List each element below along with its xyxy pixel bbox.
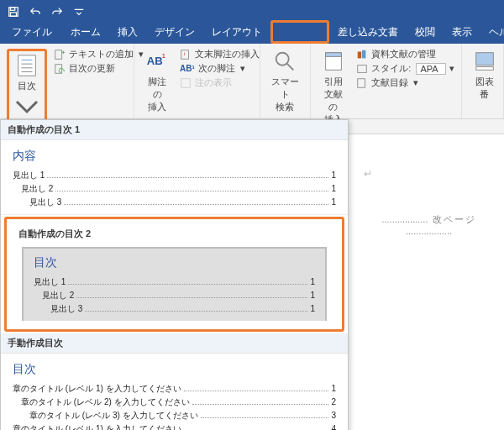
document-area: 246810121416 ↵ .................. 改ページ .…	[0, 119, 504, 430]
style-dropdown[interactable]: スタイル: APA▾	[354, 61, 455, 76]
smart-lookup-button[interactable]: スマート 検索	[265, 47, 305, 115]
insert-citation-label: 引用文献の 挿入	[321, 76, 347, 126]
page-canvas[interactable]: ↵ .................. 改ページ ..............…	[349, 134, 504, 430]
tab-mailings[interactable]: 差し込み文書	[329, 22, 407, 44]
ribbon: 目次 テキストの追加▾ 目次の更新 組み込み AB1 脚注の 挿入	[0, 44, 504, 119]
group-research: スマート 検索	[260, 44, 311, 118]
svg-line-16	[287, 64, 294, 71]
group-citations: 引用文献の 挿入 資料文献の管理 スタイル: APA▾ 文献目録▾	[311, 44, 462, 118]
caption-icon	[472, 49, 497, 74]
svg-rect-23	[475, 53, 493, 66]
gallery-item-auto2[interactable]: 目次 見出し 11 見出し 21 見出し 31	[22, 247, 327, 321]
svg-rect-1	[11, 8, 15, 11]
gallery-auto2-title: 目次	[34, 255, 315, 270]
redo-icon[interactable]	[49, 3, 66, 20]
add-text-button[interactable]: テキストの追加▾	[52, 47, 145, 61]
undo-icon[interactable]	[27, 3, 44, 20]
chevron-down-icon	[14, 94, 39, 119]
insert-endnote-button[interactable]: i 文末脚注の挿入	[178, 47, 261, 61]
svg-point-15	[276, 53, 289, 66]
gallery-item-auto2-highlight: 自動作成の目次 2 目次 見出し 11 見出し 21 見出し 31	[4, 217, 344, 332]
svg-rect-3	[18, 55, 36, 76]
gallery-header-auto2: 自動作成の目次 2	[18, 228, 330, 244]
quick-access-toolbar	[5, 3, 87, 20]
update-toc-button[interactable]: 目次の更新	[52, 61, 145, 76]
svg-rect-19	[358, 51, 361, 58]
next-footnote-button[interactable]: AB¹ 次の脚注▾	[178, 61, 261, 76]
gallery-manual-title: 目次	[13, 362, 336, 377]
style-label: スタイル:	[371, 62, 411, 75]
save-icon[interactable]	[5, 3, 22, 20]
citation-icon	[321, 49, 346, 74]
tab-layout[interactable]: レイアウト	[203, 22, 270, 44]
svg-rect-20	[362, 50, 365, 58]
add-text-label: テキストの追加	[69, 48, 134, 60]
svg-rect-2	[11, 13, 17, 16]
svg-rect-9	[55, 64, 62, 73]
svg-rect-8	[55, 50, 62, 59]
group-toc: 目次 テキストの追加▾ 目次の更新 組み込み	[0, 44, 134, 118]
svg-rect-18	[326, 53, 342, 57]
tab-insert[interactable]: 挿入	[109, 22, 146, 44]
insert-endnote-label: 文末脚注の挿入	[195, 48, 260, 60]
tab-file[interactable]: ファイル	[3, 22, 60, 44]
paragraph-mark: ↵	[364, 168, 494, 180]
manage-sources-label: 資料文献の管理	[371, 48, 436, 60]
tab-design[interactable]: デザイン	[146, 22, 203, 44]
svg-text:1: 1	[162, 52, 165, 60]
endnote-icon: i	[180, 49, 192, 60]
add-text-icon	[54, 49, 66, 60]
bibliography-icon	[356, 77, 368, 89]
tab-review[interactable]: 校閲	[407, 22, 444, 44]
next-footnote-label: 次の脚注	[198, 62, 235, 75]
insert-caption-button[interactable]: 図表番	[467, 47, 502, 102]
svg-rect-24	[475, 67, 493, 71]
toc-icon	[14, 53, 39, 78]
page-break-indicator: .................. 改ページ ................…	[364, 213, 494, 236]
caption-label: 図表番	[472, 76, 497, 101]
show-notes-label: 注の表示	[195, 76, 232, 89]
title-bar	[0, 0, 504, 24]
insert-footnote-button[interactable]: AB1 脚注の 挿入	[139, 47, 175, 115]
gallery-auto1-title: 内容	[13, 149, 336, 164]
style-icon	[356, 63, 368, 75]
smart-lookup-icon	[272, 49, 297, 74]
tab-references[interactable]: 参考資料	[270, 20, 329, 44]
bibliography-button[interactable]: 文献目録▾	[354, 76, 455, 90]
gallery-header-manual: 手動作成目次	[1, 333, 348, 354]
svg-rect-21	[358, 65, 367, 72]
tab-help[interactable]: ヘルプ	[480, 22, 504, 44]
svg-text:AB: AB	[147, 55, 163, 67]
update-toc-label: 目次の更新	[69, 62, 115, 75]
toc-gallery: 自動作成の目次 1 内容 見出し 11 見出し 21 見出し 31 自動作成の目…	[0, 119, 349, 430]
ribbon-tabs: ファイル ホーム 挿入 デザイン レイアウト 参考資料 差し込み文書 校閲 表示…	[0, 24, 504, 44]
smart-lookup-label: スマート 検索	[270, 76, 300, 113]
toc-button[interactable]: 目次	[9, 51, 45, 121]
show-notes-icon	[180, 77, 192, 89]
update-toc-icon	[54, 63, 66, 75]
group-captions: 図表番	[462, 44, 504, 118]
tab-view[interactable]: 表示	[444, 22, 480, 44]
gallery-header-auto1: 自動作成の目次 1	[1, 120, 348, 140]
insert-footnote-label: 脚注の 挿入	[144, 76, 170, 113]
bibliography-label: 文献目録	[371, 76, 408, 89]
toc-button-highlight: 目次	[7, 49, 47, 123]
manage-sources-button[interactable]: 資料文献の管理	[354, 47, 455, 61]
svg-rect-22	[358, 78, 365, 87]
manage-sources-icon	[356, 49, 368, 60]
show-notes-button: 注の表示	[178, 76, 261, 90]
customize-qat-icon[interactable]	[71, 3, 87, 20]
gallery-item-auto1[interactable]: 内容 見出し 11 見出し 21 見出し 31	[1, 140, 348, 215]
svg-text:i: i	[184, 50, 185, 55]
gallery-item-manual[interactable]: 目次 章のタイトル (レベル 1) を入力してください1 章のタイトル (レベル…	[1, 354, 348, 430]
toc-button-label: 目次	[18, 80, 36, 92]
svg-rect-14	[181, 78, 191, 87]
tab-home[interactable]: ホーム	[62, 22, 109, 44]
group-footnotes: AB1 脚注の 挿入 i 文末脚注の挿入 AB¹ 次の脚注▾ 注の表示	[134, 44, 260, 118]
footnote-icon: AB1	[144, 49, 170, 74]
style-value[interactable]: APA	[416, 63, 445, 75]
